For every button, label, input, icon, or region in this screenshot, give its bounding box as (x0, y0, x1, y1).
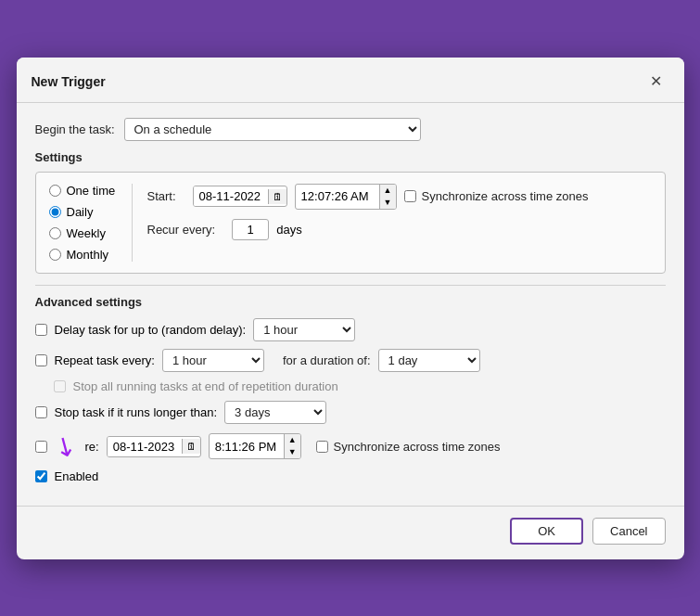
recur-label: Recur every: (147, 223, 216, 237)
start-label: Start: (147, 189, 176, 203)
start-row: Start: 🗓 ▲ ▼ (147, 184, 652, 210)
cancel-button[interactable]: Cancel (592, 518, 665, 545)
expire-time-up[interactable]: ▲ (285, 434, 300, 446)
repeat-task-label: Repeat task every: (55, 353, 155, 367)
expire-sync-checkbox[interactable] (316, 441, 328, 453)
radio-monthly-label: Monthly (67, 248, 109, 262)
duration-select[interactable]: 1 day (378, 349, 480, 372)
expire-sync-text: Synchronize across time zones (334, 440, 501, 454)
stop-longer-select[interactable]: 3 days (224, 401, 326, 424)
time-spinner[interactable]: ▲ ▼ (379, 185, 396, 209)
close-button[interactable]: ✕ (643, 69, 669, 95)
dialog-body: Begin the task: On a schedule Settings O… (17, 103, 684, 506)
recur-value-input[interactable] (232, 219, 269, 240)
for-duration-label: for a duration of: (283, 353, 371, 367)
expire-checkbox[interactable] (35, 441, 47, 453)
stop-repetition-row: Stop all running tasks at end of repetit… (35, 379, 666, 393)
expire-label: re: (85, 440, 99, 454)
expire-time-down[interactable]: ▼ (285, 446, 300, 458)
stop-repetition-checkbox (54, 380, 66, 392)
delay-task-label: Delay task for up to (random delay): (55, 323, 247, 337)
stop-longer-row: Stop task if it runs longer than: 3 days (35, 401, 666, 424)
recur-unit-label: days (276, 223, 301, 237)
annotation-arrow: ↙ (48, 428, 82, 465)
begin-task-select[interactable]: On a schedule (124, 118, 421, 141)
start-date-calendar-icon[interactable]: 🗓 (268, 189, 286, 204)
radio-monthly[interactable]: Monthly (49, 248, 119, 262)
schedule-type-group: One time Daily Weekly Monthly (49, 184, 133, 262)
start-time-field[interactable] (296, 186, 379, 206)
dialog-title: New Trigger (32, 74, 106, 89)
settings-header: Settings (35, 150, 666, 164)
delay-task-row: Delay task for up to (random delay): 1 h… (35, 318, 666, 341)
delay-task-select[interactable]: 1 hour (253, 318, 355, 341)
expire-time-input[interactable]: ▲ ▼ (209, 433, 301, 459)
expire-date-field[interactable] (108, 437, 182, 456)
expire-date-input[interactable]: 🗓 (107, 436, 201, 457)
sync-timezone-checkbox[interactable] (404, 190, 416, 202)
expire-time-field[interactable] (210, 437, 284, 456)
stop-longer-label: Stop task if it runs longer than: (55, 405, 218, 419)
begin-task-label: Begin the task: (35, 122, 115, 136)
start-date-input[interactable]: 🗓 (193, 186, 287, 207)
radio-one-time-input[interactable] (49, 185, 61, 197)
repeat-task-checkbox[interactable] (35, 354, 47, 366)
enabled-checkbox[interactable] (35, 470, 47, 482)
expire-sync-label[interactable]: Synchronize across time zones (316, 440, 501, 454)
expire-calendar-icon[interactable]: 🗓 (182, 439, 200, 454)
stop-repetition-label: Stop all running tasks at end of repetit… (73, 379, 338, 393)
expire-row: ↙ re: 🗓 ▲ ▼ Synchronize across time zone… (35, 431, 666, 462)
start-time-input[interactable]: ▲ ▼ (295, 184, 397, 210)
begin-task-row: Begin the task: On a schedule (35, 118, 666, 141)
ok-button[interactable]: OK (510, 518, 583, 545)
settings-inner: One time Daily Weekly Monthly (49, 184, 652, 262)
enabled-label: Enabled (55, 469, 99, 483)
expire-time-spinner[interactable]: ▲ ▼ (284, 434, 300, 458)
radio-daily[interactable]: Daily (49, 205, 119, 219)
radio-weekly-input[interactable] (49, 227, 61, 239)
radio-monthly-input[interactable] (49, 249, 61, 261)
title-bar: New Trigger ✕ (17, 58, 684, 103)
advanced-settings-header: Advanced settings (35, 295, 666, 309)
time-down-arrow[interactable]: ▼ (380, 197, 396, 209)
stop-longer-checkbox[interactable] (35, 406, 47, 418)
start-date-field[interactable] (194, 186, 268, 206)
settings-box: One time Daily Weekly Monthly (35, 172, 666, 274)
settings-right: Start: 🗓 ▲ ▼ (147, 184, 652, 240)
radio-weekly[interactable]: Weekly (49, 226, 119, 240)
repeat-task-row: Repeat task every: 1 hour for a duration… (35, 349, 666, 372)
sync-timezone-label[interactable]: Synchronize across time zones (404, 189, 589, 203)
dialog-footer: OK Cancel (17, 506, 684, 559)
delay-task-checkbox[interactable] (35, 324, 47, 336)
radio-daily-input[interactable] (49, 206, 61, 218)
repeat-task-select[interactable]: 1 hour (162, 349, 264, 372)
radio-daily-label: Daily (67, 205, 94, 219)
new-trigger-dialog: New Trigger ✕ Begin the task: On a sched… (17, 58, 684, 559)
radio-one-time-label: One time (67, 184, 116, 198)
sync-timezone-text: Synchronize across time zones (422, 189, 589, 203)
recur-row: Recur every: days (147, 219, 652, 240)
radio-weekly-label: Weekly (67, 226, 106, 240)
time-up-arrow[interactable]: ▲ (380, 185, 396, 197)
enabled-row: Enabled (35, 469, 666, 483)
radio-one-time[interactable]: One time (49, 184, 119, 198)
